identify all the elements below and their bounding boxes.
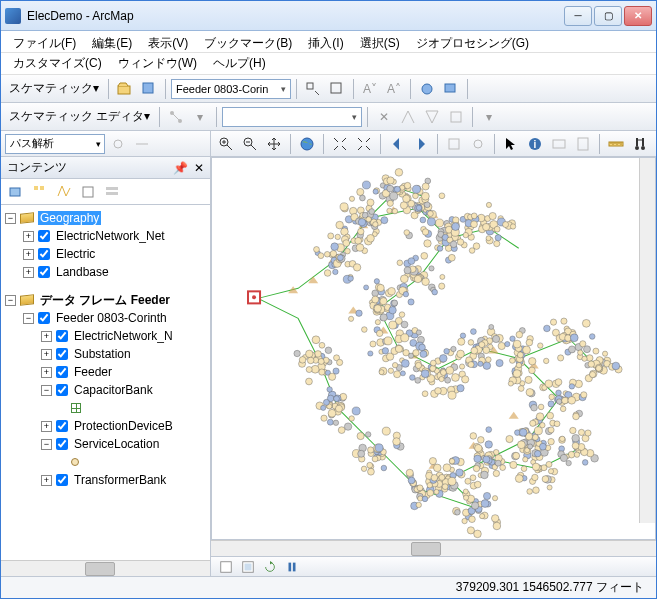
zoom-out-icon[interactable]: [239, 133, 261, 155]
tree-expand-icon[interactable]: +: [41, 349, 52, 360]
chk-elecnet[interactable]: [38, 230, 50, 242]
tree-frame-label[interactable]: データ フレーム Feeder: [38, 292, 172, 309]
ed-b-icon[interactable]: [397, 106, 419, 128]
measure-icon[interactable]: [605, 133, 627, 155]
refresh-schematic-icon[interactable]: [138, 78, 160, 100]
chk-sub6[interactable]: [56, 474, 68, 486]
chk-sub3[interactable]: [56, 384, 68, 396]
menu-customize[interactable]: カスタマイズ(C): [9, 53, 106, 74]
menu-edit[interactable]: 編集(E): [88, 33, 136, 54]
editor-dropdown[interactable]: [222, 107, 362, 127]
menu-view[interactable]: 表示(V): [144, 33, 192, 54]
find-icon[interactable]: [629, 133, 651, 155]
font-large-icon[interactable]: A˄: [383, 78, 405, 100]
data-view-icon[interactable]: [217, 559, 235, 575]
tree-geography-label[interactable]: Geography: [38, 211, 101, 225]
tree-expand-icon[interactable]: +: [41, 475, 52, 486]
chk-sub4[interactable]: [56, 420, 68, 432]
toc-tab3-icon[interactable]: [53, 181, 75, 203]
tree-sub4-label[interactable]: ProtectionDeviceB: [72, 419, 175, 433]
tree-sub5-label[interactable]: ServiceLocation: [72, 437, 161, 451]
tool-c-icon[interactable]: [416, 78, 438, 100]
close-button[interactable]: ✕: [624, 6, 652, 26]
tool-d-icon[interactable]: [440, 78, 462, 100]
toc-tab4-icon[interactable]: [77, 181, 99, 203]
pause-view-icon[interactable]: [283, 559, 301, 575]
tree-electric-label[interactable]: Electric: [54, 247, 97, 261]
ed-a-icon[interactable]: ✕: [373, 106, 395, 128]
map-canvas[interactable]: [211, 157, 656, 540]
map-tool-c-icon[interactable]: [548, 133, 570, 155]
ed-d-icon[interactable]: [445, 106, 467, 128]
tool-a-icon[interactable]: [302, 78, 324, 100]
tree-expand-icon[interactable]: +: [41, 331, 52, 342]
toc-hscroll[interactable]: [1, 560, 210, 576]
tree-expand-icon[interactable]: +: [41, 367, 52, 378]
tree-collapse-icon[interactable]: −: [41, 385, 52, 396]
fixed-zoom-icon[interactable]: [353, 133, 375, 155]
minimize-button[interactable]: ─: [564, 6, 592, 26]
tree-feeder-label[interactable]: Feeder 0803-Corinth: [54, 311, 169, 325]
refresh-view-icon[interactable]: [261, 559, 279, 575]
full-extent-icon[interactable]: [329, 133, 351, 155]
tree-collapse-icon[interactable]: −: [41, 439, 52, 450]
chk-electric[interactable]: [38, 248, 50, 260]
tree-elecnet-label[interactable]: ElectricNetwork_Net: [54, 229, 167, 243]
feeder-dropdown[interactable]: Feeder 0803-Corin: [171, 79, 291, 99]
pin-icon[interactable]: 📌: [173, 161, 188, 175]
ed-e-icon[interactable]: ▾: [478, 106, 500, 128]
menu-window[interactable]: ウィンドウ(W): [114, 53, 201, 74]
tree-sub0-label[interactable]: ElectricNetwork_N: [72, 329, 175, 343]
tree-collapse-icon[interactable]: −: [5, 213, 16, 224]
tree-sub3-label[interactable]: CapacitorBank: [72, 383, 155, 397]
chk-sub1[interactable]: [56, 348, 68, 360]
layout-view-icon[interactable]: [239, 559, 257, 575]
editor-tool2-icon[interactable]: ▾: [189, 106, 211, 128]
map-tool-d-icon[interactable]: [572, 133, 594, 155]
map-vscroll[interactable]: [639, 158, 655, 523]
toc-tab1-icon[interactable]: [5, 181, 27, 203]
chk-feeder[interactable]: [38, 312, 50, 324]
analysis-tool2-icon[interactable]: [131, 133, 153, 155]
menu-geoprocessing[interactable]: ジオプロセシング(G): [412, 33, 533, 54]
menu-bookmarks[interactable]: ブックマーク(B): [200, 33, 296, 54]
chk-sub2[interactable]: [56, 366, 68, 378]
map-tool-b-icon[interactable]: [467, 133, 489, 155]
tree-sub2-label[interactable]: Feeder: [72, 365, 114, 379]
back-icon[interactable]: [386, 133, 408, 155]
tree-expand-icon[interactable]: +: [23, 267, 34, 278]
menu-insert[interactable]: 挿入(I): [304, 33, 347, 54]
tree-expand-icon[interactable]: +: [23, 231, 34, 242]
identify-icon[interactable]: i: [524, 133, 546, 155]
toc-tab5-icon[interactable]: [101, 181, 123, 203]
analysis-dropdown[interactable]: パス解析: [5, 134, 105, 154]
chk-sub0[interactable]: [56, 330, 68, 342]
menu-file[interactable]: ファイル(F): [9, 33, 80, 54]
tree-landbase-label[interactable]: Landbase: [54, 265, 111, 279]
forward-icon[interactable]: [410, 133, 432, 155]
open-schematic-icon[interactable]: [114, 78, 136, 100]
menu-help[interactable]: ヘルプ(H): [209, 53, 270, 74]
tree-expand-icon[interactable]: +: [23, 249, 34, 260]
maximize-button[interactable]: ▢: [594, 6, 622, 26]
select-arrow-icon[interactable]: [500, 133, 522, 155]
toc-close-icon[interactable]: ✕: [194, 161, 204, 175]
chk-landbase[interactable]: [38, 266, 50, 278]
map-tool-a-icon[interactable]: [443, 133, 465, 155]
editor-tool1-icon[interactable]: [165, 106, 187, 128]
tree-collapse-icon[interactable]: −: [5, 295, 16, 306]
chk-sub5[interactable]: [56, 438, 68, 450]
tool-b-icon[interactable]: [326, 78, 348, 100]
menu-selection[interactable]: 選択(S): [356, 33, 404, 54]
tree-expand-icon[interactable]: +: [41, 421, 52, 432]
tree-sub1-label[interactable]: Substation: [72, 347, 133, 361]
tree-collapse-icon[interactable]: −: [23, 313, 34, 324]
tree-sub6-label[interactable]: TransformerBank: [72, 473, 168, 487]
ed-c-icon[interactable]: [421, 106, 443, 128]
globe-icon[interactable]: [296, 133, 318, 155]
zoom-in-icon[interactable]: [215, 133, 237, 155]
toc-tab2-icon[interactable]: [29, 181, 51, 203]
map-hscroll[interactable]: [211, 540, 656, 556]
pan-icon[interactable]: [263, 133, 285, 155]
font-small-icon[interactable]: A˅: [359, 78, 381, 100]
